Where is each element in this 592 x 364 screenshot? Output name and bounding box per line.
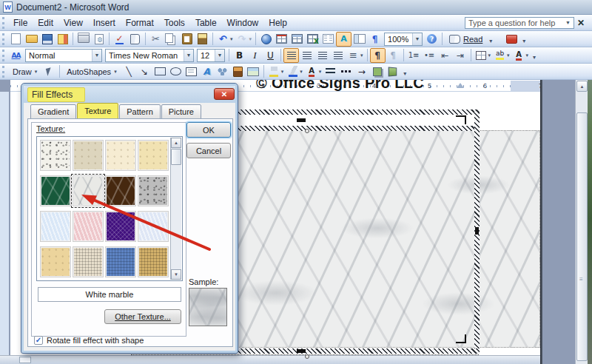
toolbar-options-chevron[interactable]: ▾: [488, 33, 494, 46]
tab-pattern[interactable]: Pattern: [119, 104, 160, 119]
title-bar[interactable]: W Document2 - Microsoft Word: [0, 0, 592, 15]
insert-hyperlink-button[interactable]: [258, 32, 274, 47]
insert-picture-button[interactable]: [246, 64, 261, 79]
help-button[interactable]: [424, 32, 440, 47]
menu-view[interactable]: View: [58, 16, 88, 30]
chevron-down-icon[interactable]: ▼: [565, 20, 571, 25]
format-painter-button[interactable]: [195, 32, 210, 47]
menu-help[interactable]: Help: [263, 16, 292, 30]
scroll-up-button[interactable]: ▲: [576, 81, 588, 92]
ltr-button[interactable]: [370, 48, 386, 63]
print-preview-button[interactable]: [91, 32, 107, 47]
menu-insert[interactable]: Insert: [88, 16, 121, 30]
menu-edit[interactable]: Edit: [33, 16, 58, 30]
copy-button[interactable]: [164, 32, 179, 47]
increase-indent-button[interactable]: [453, 48, 468, 63]
paste-button[interactable]: [179, 32, 195, 47]
shadow-style-button[interactable]: [369, 64, 385, 79]
texture-swatch-green-marble[interactable]: [40, 175, 71, 206]
font-color-button[interactable]: ▾: [511, 48, 531, 63]
rotate-checkbox[interactable]: ✓: [34, 336, 43, 345]
resize-handle-right[interactable]: [475, 227, 479, 235]
align-right-button[interactable]: [314, 48, 330, 63]
grid-scroll-thumb[interactable]: [171, 149, 181, 165]
read-button[interactable]: Read: [445, 32, 486, 47]
borders-button[interactable]: ▾: [474, 48, 493, 63]
new-document-button[interactable]: [8, 32, 24, 47]
line-button[interactable]: [121, 64, 137, 79]
dropdown-arrow-icon[interactable]: ▾: [488, 53, 491, 58]
resize-handle-top[interactable]: [297, 118, 306, 122]
align-center-button[interactable]: [299, 48, 314, 63]
texture-swatch-denim[interactable]: [105, 246, 136, 277]
resize-handle-bottom[interactable]: [297, 349, 306, 353]
other-texture-button[interactable]: Other Texture...: [104, 309, 181, 324]
tab-gradient[interactable]: Gradient: [30, 104, 76, 119]
arrow-button[interactable]: [137, 64, 152, 79]
toolbar-grip[interactable]: [2, 33, 6, 45]
draw-menu[interactable]: Draw▾: [8, 64, 41, 79]
bullets-button[interactable]: [422, 48, 437, 63]
texture-swatch-woven-mat[interactable]: [73, 246, 104, 277]
texture-swatch-purple-mesh[interactable]: [105, 211, 136, 242]
texture-swatch-pink-tissue-paper[interactable]: [73, 211, 104, 242]
grid-scroll-up-button[interactable]: ▲: [171, 138, 181, 148]
show-hide-button[interactable]: [367, 32, 383, 47]
select-objects-button[interactable]: [41, 64, 57, 79]
align-left-button[interactable]: [283, 48, 299, 63]
document-map-button[interactable]: [352, 32, 367, 47]
texture-swatch-parchment[interactable]: [105, 140, 136, 171]
dropdown-arrow-icon[interactable]: ▾: [526, 53, 529, 58]
texture-swatch-blue-tissue-paper[interactable]: [40, 211, 71, 242]
horizontal-scrollbar[interactable]: [0, 355, 540, 364]
tab-texture[interactable]: Texture: [77, 103, 118, 119]
dropdown-arrow-icon[interactable]: ▼: [92, 50, 101, 61]
line-spacing-button[interactable]: ▾: [346, 48, 365, 63]
underline-button[interactable]: [263, 48, 278, 63]
font-color-drawing-button[interactable]: ▾: [304, 64, 323, 79]
undo-button[interactable]: ▾: [215, 32, 235, 47]
texture-swatch-stationery[interactable]: [138, 140, 169, 171]
open-folder-button[interactable]: [24, 32, 39, 47]
question-help-input[interactable]: Type a question for help ▼: [465, 17, 574, 29]
grid-scroll-down-button[interactable]: ▼: [171, 269, 181, 280]
arrow-style-button[interactable]: [354, 64, 369, 79]
line-style-button[interactable]: [323, 64, 338, 79]
toolbar-options-chevron[interactable]: ▾: [531, 49, 537, 62]
tables-borders-button[interactable]: [274, 32, 289, 47]
cancel-button[interactable]: Cancel: [186, 143, 231, 158]
font-combo[interactable]: Times New Roman▼: [105, 49, 194, 62]
texture-grid-scrollbar[interactable]: ▲ ▼: [170, 138, 181, 280]
dropdown-arrow-icon[interactable]: ▾: [360, 53, 363, 58]
texture-swatch-recycled-paper[interactable]: [73, 140, 104, 171]
bold-button[interactable]: [232, 48, 247, 63]
drawing-button[interactable]: [336, 32, 352, 47]
size-combo[interactable]: 12▼: [197, 49, 225, 62]
ok-button[interactable]: OK: [186, 122, 231, 138]
highlight-button[interactable]: ▾: [492, 48, 511, 63]
cut-button[interactable]: [148, 32, 164, 47]
rtl-button[interactable]: [386, 48, 401, 63]
dropdown-arrow-icon[interactable]: ▾: [249, 36, 252, 42]
tab-stop-selector[interactable]: [19, 357, 31, 363]
dash-style-button[interactable]: [338, 64, 354, 79]
dialog-close-button[interactable]: ✕: [214, 88, 235, 100]
dropdown-arrow-icon[interactable]: ▼: [184, 50, 193, 61]
line-color-button[interactable]: ▾: [285, 64, 304, 79]
indent-marker[interactable]: [457, 83, 464, 88]
dropdown-arrow-icon[interactable]: ▾: [281, 69, 284, 75]
save-button[interactable]: [39, 32, 55, 47]
fill-color-button[interactable]: ▾: [266, 64, 286, 79]
redo-button[interactable]: ▾: [235, 32, 254, 47]
dropdown-arrow-icon[interactable]: ▾: [319, 69, 322, 75]
tab-picture[interactable]: Picture: [161, 104, 201, 119]
clip-art-button[interactable]: [230, 64, 246, 79]
diagram-button[interactable]: [215, 64, 230, 79]
insert-table-button[interactable]: [289, 32, 305, 47]
italic-button[interactable]: [247, 48, 263, 63]
dropdown-arrow-icon[interactable]: ▼: [412, 33, 422, 45]
insert-excel-button[interactable]: [305, 32, 320, 47]
style-combo[interactable]: Normal▼: [25, 49, 102, 62]
texture-swatch-basket-weave[interactable]: [138, 246, 169, 277]
toolbar-options-chevron[interactable]: ▾: [402, 65, 408, 78]
